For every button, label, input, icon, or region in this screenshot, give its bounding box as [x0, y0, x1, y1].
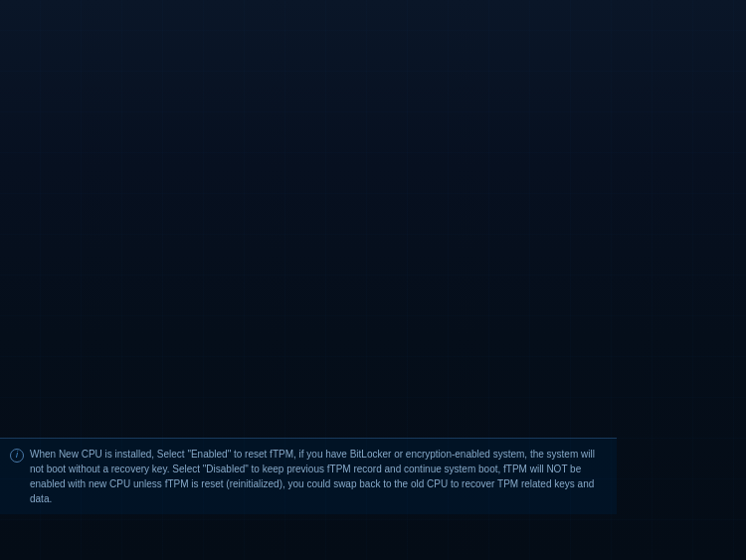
- bg-circuit: [0, 0, 746, 560]
- main-container: ASUS UEFI BIOS Utility – Advanced Mode 0…: [0, 0, 746, 560]
